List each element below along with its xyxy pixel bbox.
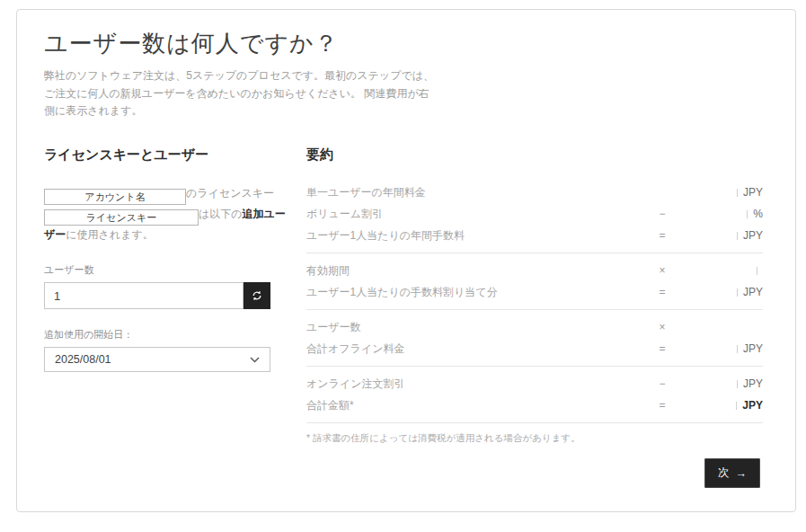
row-operator: × — [644, 264, 680, 277]
summary-group-totals: オンライン注文割引 − JPY 合計金額* = JPY — [306, 367, 763, 423]
row-operator: = — [644, 342, 680, 355]
redacted-value-tick — [737, 380, 738, 388]
license-sentence-text-1: のライセンスキー — [186, 187, 274, 200]
license-key-box: ライセンスキー — [44, 209, 199, 226]
redacted-value-tick — [737, 345, 738, 353]
row-unit: JPY — [743, 377, 763, 390]
user-count-label: ユーザー数 — [44, 263, 290, 277]
row-operator: − — [644, 377, 680, 390]
license-sentence-text-2: は以下の — [199, 208, 243, 220]
summary-row-volume-discount: ボリューム割引 − % — [306, 203, 763, 225]
next-button-label: 次 — [718, 466, 730, 481]
chevron-down-icon — [250, 357, 260, 363]
summary-row-single-user-annual-fee: 単一ユーザーの年間料金 JPY — [306, 182, 763, 203]
account-name-box: アカウント名 — [44, 189, 186, 205]
summary-group-annual-fee: 単一ユーザーの年間料金 JPY ボリューム割引 − % ユーザー1人当たりの年間… — [306, 175, 763, 253]
license-sentence-text-3: に使用されます。 — [66, 228, 153, 241]
row-label: ユーザー数 — [306, 320, 644, 335]
refresh-icon — [251, 289, 263, 302]
row-operator: − — [644, 208, 680, 220]
summary-group-user-count: ユーザー数 × 合計オフライン料金 = JPY — [306, 310, 763, 367]
page-title: ユーザー数は何人ですか？ — [44, 28, 339, 59]
user-count-field — [44, 282, 270, 309]
row-operator: = — [644, 399, 680, 412]
page-description: 弊社のソフトウェア注文は、5ステップのプロセスです。最初のステップでは、ご注文に… — [44, 67, 436, 120]
redacted-value-tick — [737, 288, 738, 297]
redacted-value-tick — [737, 232, 738, 240]
row-unit: JPY — [743, 286, 763, 298]
summary-row-annual-fee-per-user: ユーザー1人当たりの年間手数料 = JPY — [306, 225, 763, 246]
summary-row-total-amount: 合計金額* = JPY — [306, 395, 763, 416]
next-button[interactable]: 次 → — [704, 458, 760, 488]
row-label: ユーザー1人当たりの手数料割り当て分 — [306, 285, 644, 300]
row-unit: JPY — [743, 229, 763, 242]
redacted-value-tick — [747, 210, 748, 218]
summary-row-total-offline-fee: 合計オフライン料金 = JPY — [306, 338, 763, 359]
row-operator: × — [644, 321, 680, 333]
summary-heading: 要約 — [306, 146, 763, 164]
start-date-value: 2025/08/01 — [55, 353, 111, 366]
user-count-input[interactable] — [44, 282, 244, 309]
row-label: ボリューム割引 — [306, 207, 644, 222]
redacted-value-tick — [736, 402, 737, 410]
row-label: 単一ユーザーの年間料金 — [306, 185, 644, 200]
license-sentence: アカウント名のライセンスキー ライセンスキーは以下の追加ユーザーに使用されます。 — [44, 184, 290, 244]
row-label: ユーザー1人当たりの年間手数料 — [306, 228, 644, 244]
redacted-value-tick — [737, 189, 738, 197]
row-label: 合計金額* — [306, 398, 644, 413]
row-operator: = — [644, 229, 680, 242]
start-date-select[interactable]: 2025/08/01 — [44, 347, 270, 372]
row-operator: = — [644, 286, 680, 298]
license-section-heading: ライセンスキーとユーザー — [44, 146, 290, 164]
redacted-value-tick — [757, 267, 757, 275]
summary-group-validity: 有効期間 × ユーザー1人当たりの手数料割り当て分 = JPY — [306, 253, 763, 310]
summary-section: 要約 単一ユーザーの年間料金 JPY ボリューム割引 − % ユーザー1人当たり… — [306, 146, 763, 445]
row-label: 有効期間 — [306, 263, 644, 279]
row-unit: JPY — [743, 186, 763, 199]
summary-list: 単一ユーザーの年間料金 JPY ボリューム割引 − % ユーザー1人当たりの年間… — [306, 175, 763, 445]
tax-footnote: * 請求書の住所によっては消費税が適用される場合があります。 — [306, 432, 763, 445]
row-unit: % — [753, 208, 763, 220]
refresh-button[interactable] — [244, 282, 270, 309]
summary-row-fee-allocation-per-user: ユーザー1人当たりの手数料割り当て分 = JPY — [306, 281, 763, 303]
summary-row-user-count: ユーザー数 × — [306, 316, 763, 338]
row-unit: JPY — [742, 399, 763, 412]
summary-row-online-order-discount: オンライン注文割引 − JPY — [306, 373, 763, 395]
row-label: 合計オフライン料金 — [306, 341, 644, 357]
arrow-right-icon: → — [736, 467, 748, 480]
row-label: オンライン注文割引 — [306, 377, 644, 392]
summary-row-validity-period: 有効期間 × — [306, 260, 763, 281]
license-section: ライセンスキーとユーザー アカウント名のライセンスキー ライセンスキーは以下の追… — [44, 146, 290, 372]
row-unit: JPY — [743, 342, 763, 355]
order-step-card: ユーザー数は何人ですか？ 弊社のソフトウェア注文は、5ステップのプロセスです。最… — [16, 9, 796, 512]
start-date-label: 追加使用の開始日： — [44, 328, 290, 341]
